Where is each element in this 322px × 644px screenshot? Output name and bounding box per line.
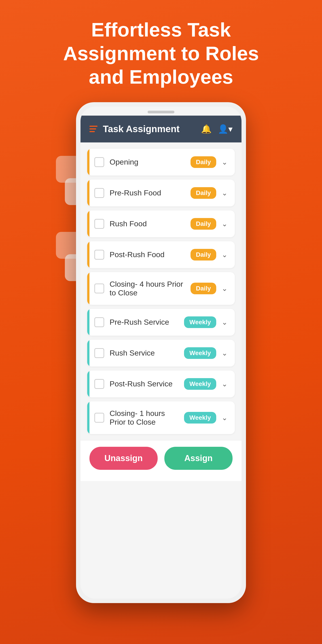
- chevron-down-icon[interactable]: ⌄: [222, 158, 228, 166]
- header-left: Task Assignment: [90, 124, 180, 134]
- action-bar: Unassign Assign: [80, 440, 242, 481]
- task-item: Pre-Rush ServiceWeekly⌄: [87, 309, 235, 336]
- task-checkbox[interactable]: [94, 157, 104, 167]
- chevron-down-icon[interactable]: ⌄: [222, 380, 228, 388]
- task-checkbox[interactable]: [94, 317, 104, 327]
- chevron-down-icon[interactable]: ⌄: [222, 349, 228, 357]
- chevron-down-icon[interactable]: ⌄: [222, 284, 228, 293]
- hero-title: Effortless Task Assignment to Roles and …: [60, 18, 262, 89]
- task-name: Post-Rush Service: [110, 380, 179, 388]
- task-item: Rush ServiceWeekly⌄: [87, 340, 235, 366]
- task-frequency-badge: Daily: [190, 218, 216, 230]
- task-item: Closing- 4 hours Prior to CloseDaily⌄: [87, 272, 235, 305]
- phone-speaker: [148, 111, 174, 113]
- task-frequency-badge: Daily: [190, 156, 216, 168]
- app-title: Task Assignment: [103, 124, 180, 134]
- task-frequency-badge: Weekly: [184, 412, 216, 424]
- chevron-down-icon[interactable]: ⌄: [222, 318, 228, 326]
- task-name: Closing- 4 hours Prior to Close: [110, 280, 185, 297]
- task-frequency-badge: Weekly: [184, 316, 216, 328]
- bell-icon[interactable]: 🔔: [201, 124, 212, 134]
- chevron-down-icon[interactable]: ⌄: [222, 189, 228, 197]
- task-name: Opening: [110, 158, 185, 166]
- task-name: Pre-Rush Food: [110, 188, 185, 197]
- task-checkbox[interactable]: [94, 284, 104, 294]
- user-icon[interactable]: 👤▾: [218, 124, 232, 134]
- task-item: OpeningDaily⌄: [87, 149, 235, 176]
- chevron-down-icon[interactable]: ⌄: [222, 250, 228, 259]
- task-checkbox[interactable]: [94, 413, 104, 422]
- task-list: OpeningDaily⌄Pre-Rush FoodDaily⌄Rush Foo…: [80, 142, 242, 440]
- task-name: Pre-Rush Service: [110, 318, 179, 326]
- task-checkbox[interactable]: [94, 379, 104, 389]
- task-frequency-badge: Weekly: [184, 347, 216, 359]
- task-frequency-badge: Daily: [190, 187, 216, 199]
- task-checkbox[interactable]: [94, 348, 104, 358]
- unassign-button[interactable]: Unassign: [90, 447, 158, 470]
- chevron-down-icon[interactable]: ⌄: [222, 414, 228, 422]
- task-name: Rush Food: [110, 219, 185, 228]
- task-checkbox[interactable]: [94, 250, 104, 260]
- hamburger-menu-icon[interactable]: [90, 126, 98, 132]
- task-item: Pre-Rush FoodDaily⌄: [87, 180, 235, 206]
- assign-button[interactable]: Assign: [164, 447, 232, 470]
- task-item: Post-Rush ServiceWeekly⌄: [87, 370, 235, 397]
- task-name: Post-Rush Food: [110, 250, 185, 259]
- task-checkbox[interactable]: [94, 219, 104, 229]
- task-frequency-badge: Daily: [190, 249, 216, 260]
- task-frequency-badge: Weekly: [184, 378, 216, 390]
- task-checkbox[interactable]: [94, 188, 104, 198]
- phone-outer: Task Assignment 🔔 👤▾ OpeningDaily⌄Pre-Ru…: [76, 102, 246, 603]
- task-item: Rush FoodDaily⌄: [87, 210, 235, 237]
- phone-inner: Task Assignment 🔔 👤▾ OpeningDaily⌄Pre-Ru…: [80, 107, 242, 598]
- header-right: 🔔 👤▾: [201, 124, 232, 134]
- app-header: Task Assignment 🔔 👤▾: [80, 116, 242, 142]
- phone-mockup: Task Assignment 🔔 👤▾ OpeningDaily⌄Pre-Ru…: [76, 102, 246, 603]
- task-frequency-badge: Daily: [190, 283, 216, 294]
- task-item: Post-Rush FoodDaily⌄: [87, 241, 235, 268]
- task-item: Closing- 1 hours Prior to CloseWeekly⌄: [87, 402, 235, 434]
- task-name: Rush Service: [110, 348, 179, 357]
- chevron-down-icon[interactable]: ⌄: [222, 220, 228, 228]
- task-name: Closing- 1 hours Prior to Close: [110, 409, 179, 426]
